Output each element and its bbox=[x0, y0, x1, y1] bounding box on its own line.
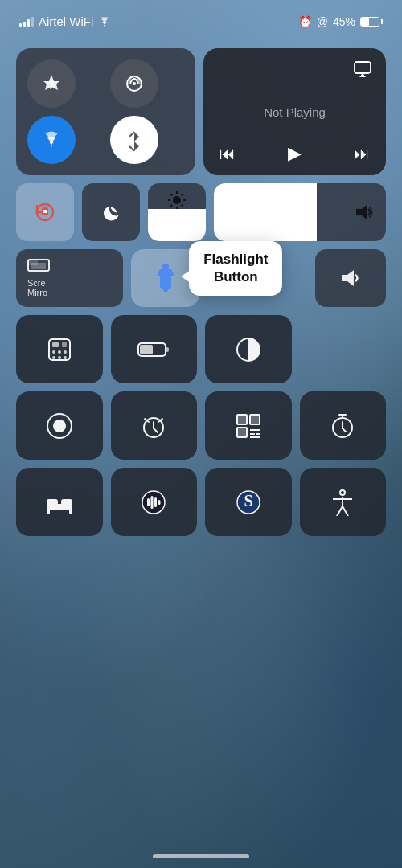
svg-point-32 bbox=[64, 356, 67, 359]
alarm-button[interactable] bbox=[111, 391, 198, 460]
airplay-icon[interactable] bbox=[352, 59, 373, 80]
now-playing-controls: ⏮ ▶ ⏭ bbox=[216, 143, 373, 164]
status-bar: Airtel WiFi ⏰ @ 45% bbox=[0, 14, 402, 28]
row-apps-1 bbox=[16, 315, 386, 383]
tooltip-container: FlashlightButton bbox=[131, 249, 307, 307]
sleep-button[interactable] bbox=[16, 468, 103, 536]
brightness-slider[interactable] bbox=[148, 183, 206, 241]
row-network-nowplaying: ✈ bbox=[16, 48, 386, 175]
lock-rotation-button[interactable] bbox=[16, 183, 74, 241]
svg-marker-24 bbox=[342, 270, 354, 286]
svg-point-28 bbox=[58, 350, 61, 354]
play-button[interactable]: ▶ bbox=[288, 143, 302, 164]
svg-marker-21 bbox=[157, 269, 174, 276]
svg-marker-16 bbox=[356, 205, 367, 219]
battery-icon bbox=[360, 17, 383, 27]
airplane-mode-button[interactable]: ✈ bbox=[27, 59, 76, 108]
control-center: ✈ bbox=[16, 48, 386, 536]
screen-mirror-label: ScreMirro bbox=[27, 278, 47, 297]
now-playing-label: Not Playing bbox=[264, 105, 326, 119]
svg-rect-64 bbox=[69, 509, 72, 514]
svg-rect-67 bbox=[147, 498, 150, 506]
svg-line-42 bbox=[154, 428, 158, 432]
svg-line-13 bbox=[182, 205, 183, 207]
network-panel: ✈ bbox=[16, 48, 195, 175]
wifi-icon bbox=[98, 17, 111, 27]
location-icon: @ bbox=[317, 15, 328, 28]
signal-bars-icon bbox=[19, 17, 34, 27]
qr-scanner-button[interactable] bbox=[205, 391, 292, 460]
do-not-disturb-button[interactable] bbox=[82, 183, 140, 241]
svg-line-57 bbox=[343, 428, 346, 432]
svg-line-15 bbox=[170, 205, 172, 207]
status-left: Airtel WiFi bbox=[19, 14, 111, 28]
volume-slider[interactable] bbox=[214, 183, 386, 241]
svg-rect-63 bbox=[47, 509, 50, 514]
svg-rect-22 bbox=[160, 276, 171, 289]
status-right: ⏰ @ 45% bbox=[298, 15, 383, 28]
svg-rect-36 bbox=[166, 347, 169, 352]
timer-button[interactable] bbox=[300, 391, 387, 460]
svg-point-2 bbox=[133, 82, 136, 85]
svg-point-39 bbox=[53, 420, 66, 432]
svg-rect-61 bbox=[47, 499, 58, 506]
screen-mirror-button[interactable]: ScreMirro bbox=[16, 249, 123, 307]
accessibility-button[interactable] bbox=[300, 468, 387, 536]
svg-point-7 bbox=[173, 196, 181, 204]
svg-rect-6 bbox=[43, 210, 47, 213]
svg-rect-3 bbox=[355, 62, 371, 73]
svg-rect-70 bbox=[158, 500, 161, 505]
wifi-toggle-button[interactable] bbox=[27, 116, 76, 164]
svg-rect-20 bbox=[162, 264, 169, 269]
row-apps-3: S bbox=[16, 468, 386, 536]
rewind-button[interactable]: ⏮ bbox=[219, 145, 236, 163]
svg-line-77 bbox=[337, 506, 343, 516]
home-indicator bbox=[153, 854, 249, 858]
cellular-button[interactable] bbox=[110, 59, 158, 108]
shazam-button[interactable]: S bbox=[205, 468, 292, 536]
svg-point-31 bbox=[58, 356, 61, 359]
svg-rect-33 bbox=[62, 342, 67, 347]
svg-rect-50 bbox=[239, 429, 245, 436]
svg-text:✈: ✈ bbox=[46, 76, 58, 92]
svg-rect-62 bbox=[61, 499, 72, 506]
screen-record-button[interactable] bbox=[16, 391, 103, 460]
now-playing-panel: Not Playing ⏮ ▶ ⏭ bbox=[203, 48, 386, 175]
row-utilities bbox=[16, 183, 386, 241]
svg-point-27 bbox=[52, 350, 55, 354]
calculator-button[interactable] bbox=[16, 315, 103, 383]
svg-point-30 bbox=[52, 356, 55, 359]
svg-rect-48 bbox=[239, 416, 245, 423]
svg-rect-49 bbox=[252, 416, 258, 423]
battery-pct-label: 45% bbox=[333, 15, 355, 28]
row-screenmirror: ScreMirro FlashlightButton bbox=[16, 249, 386, 307]
svg-line-12 bbox=[170, 194, 172, 195]
svg-rect-26 bbox=[52, 342, 59, 347]
bluetooth-button[interactable] bbox=[110, 116, 158, 164]
color-filter-button[interactable] bbox=[205, 315, 292, 383]
row-apps-2 bbox=[16, 391, 386, 460]
svg-line-78 bbox=[343, 506, 348, 516]
fast-forward-button[interactable]: ⏭ bbox=[354, 145, 370, 163]
svg-text:S: S bbox=[244, 492, 252, 510]
svg-rect-19 bbox=[28, 260, 38, 265]
flashlight-tooltip: FlashlightButton bbox=[189, 241, 282, 296]
svg-rect-69 bbox=[154, 497, 157, 507]
audio-recognition-button[interactable] bbox=[111, 468, 198, 536]
svg-point-74 bbox=[340, 490, 345, 495]
svg-line-14 bbox=[182, 194, 183, 195]
speaker-volume-button[interactable] bbox=[315, 249, 386, 307]
svg-rect-68 bbox=[151, 496, 154, 509]
battery-case-button[interactable] bbox=[111, 315, 198, 383]
carrier-label: Airtel WiFi bbox=[39, 14, 93, 28]
svg-point-29 bbox=[64, 350, 67, 354]
svg-rect-23 bbox=[163, 289, 168, 292]
alarm-icon: ⏰ bbox=[298, 15, 312, 28]
svg-rect-35 bbox=[140, 345, 153, 354]
now-playing-top bbox=[216, 59, 373, 80]
